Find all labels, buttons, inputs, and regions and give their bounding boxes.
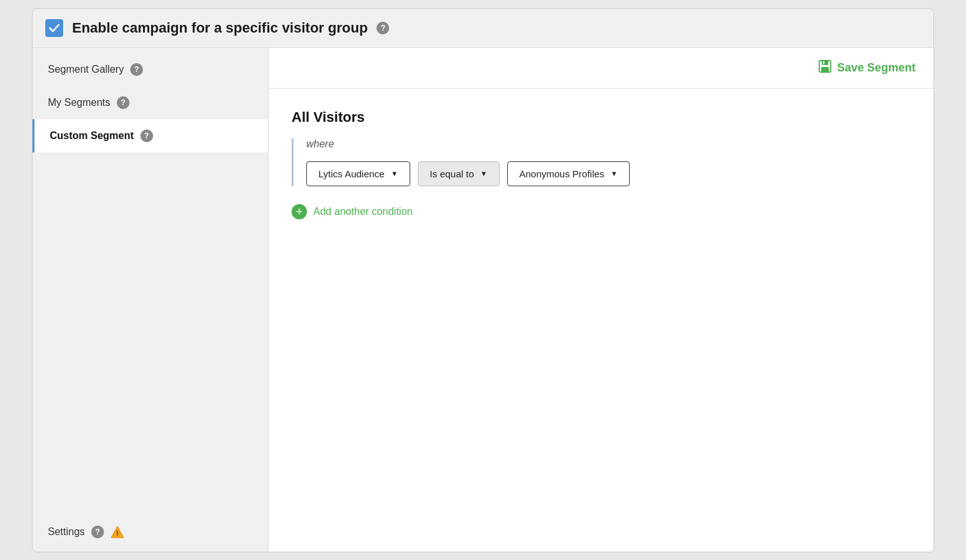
- save-segment-label: Save Segment: [837, 61, 916, 75]
- right-panel-body: All Visitors where Lytics Audience ▼ Is …: [269, 89, 933, 552]
- save-icon: [818, 59, 832, 77]
- value-dropdown[interactable]: Anonymous Profiles ▼: [507, 161, 630, 186]
- condition-row: Lytics Audience ▼ Is equal to ▼ Anonymou…: [306, 161, 910, 186]
- my-segments-help-icon[interactable]: ?: [117, 96, 130, 109]
- value-dropdown-arrow-icon: ▼: [611, 170, 618, 177]
- header-help-icon[interactable]: ?: [376, 22, 389, 34]
- header: Enable campaign for a specific visitor g…: [33, 9, 933, 48]
- svg-rect-5: [823, 61, 824, 64]
- sidebar-item-segment-gallery-label: Segment Gallery: [48, 64, 124, 75]
- field-dropdown[interactable]: Lytics Audience ▼: [306, 161, 410, 186]
- sidebar-nav: Segment Gallery ? My Segments ? Custom S…: [33, 48, 268, 152]
- sidebar: Segment Gallery ? My Segments ? Custom S…: [33, 48, 269, 552]
- sidebar-item-custom-segment-label: Custom Segment: [50, 130, 134, 142]
- right-panel-toolbar: Save Segment: [269, 48, 933, 89]
- main-content: Segment Gallery ? My Segments ? Custom S…: [33, 48, 933, 552]
- save-segment-button[interactable]: Save Segment: [818, 59, 916, 77]
- field-dropdown-label: Lytics Audience: [318, 168, 385, 179]
- settings-warning-icon: !: [110, 525, 124, 539]
- where-label: where: [306, 138, 910, 150]
- field-dropdown-arrow-icon: ▼: [391, 170, 398, 177]
- sidebar-item-custom-segment[interactable]: Custom Segment ?: [33, 119, 268, 152]
- right-panel: Save Segment All Visitors where Lytics A…: [269, 48, 933, 552]
- section-title: All Visitors: [292, 109, 910, 126]
- segment-gallery-help-icon[interactable]: ?: [130, 63, 143, 76]
- svg-rect-4: [821, 67, 829, 71]
- sidebar-item-segment-gallery[interactable]: Segment Gallery ?: [33, 53, 268, 86]
- enable-checkbox[interactable]: [45, 19, 63, 37]
- sidebar-item-my-segments-label: My Segments: [48, 97, 110, 108]
- add-condition-label: Add another condition: [313, 206, 413, 217]
- add-circle-icon: +: [292, 204, 307, 219]
- operator-dropdown-label: Is equal to: [430, 168, 474, 179]
- operator-dropdown-arrow-icon: ▼: [480, 170, 487, 177]
- add-condition-button[interactable]: + Add another condition: [292, 204, 413, 219]
- operator-dropdown[interactable]: Is equal to ▼: [418, 161, 500, 186]
- svg-rect-3: [822, 61, 828, 65]
- value-dropdown-label: Anonymous Profiles: [519, 168, 604, 179]
- custom-segment-help-icon[interactable]: ?: [140, 129, 153, 142]
- sidebar-item-my-segments[interactable]: My Segments ?: [33, 86, 268, 119]
- header-title: Enable campaign for a specific visitor g…: [72, 20, 368, 36]
- settings-label: Settings: [48, 526, 85, 538]
- svg-text:!: !: [116, 529, 119, 537]
- main-container: Enable campaign for a specific visitor g…: [32, 8, 934, 552]
- condition-block: where Lytics Audience ▼ Is equal to ▼ An…: [292, 138, 910, 186]
- settings-help-icon[interactable]: ?: [91, 526, 104, 538]
- sidebar-footer: Settings ? !: [33, 512, 268, 552]
